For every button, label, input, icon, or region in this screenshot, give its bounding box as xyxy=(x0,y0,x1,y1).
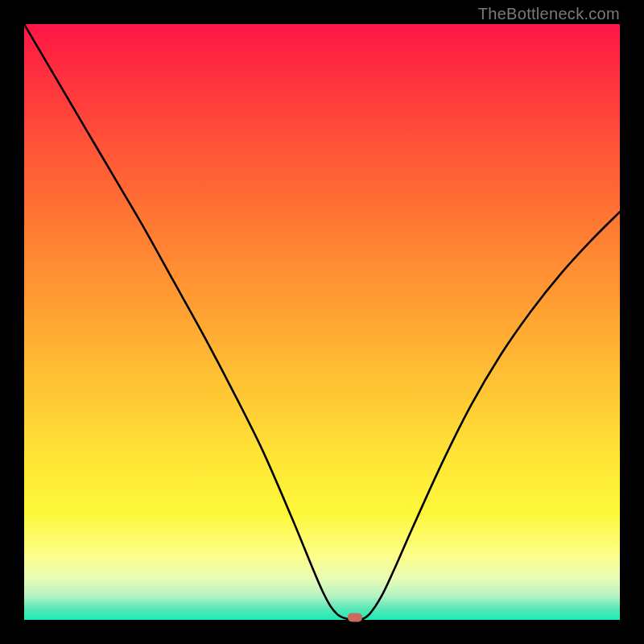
chart-container: TheBottleneck.com xyxy=(0,0,644,644)
curve-svg xyxy=(24,24,620,620)
watermark-text: TheBottleneck.com xyxy=(478,5,620,23)
plot-area xyxy=(24,24,620,620)
optimal-marker xyxy=(348,613,362,622)
bottleneck-curve xyxy=(24,24,620,620)
